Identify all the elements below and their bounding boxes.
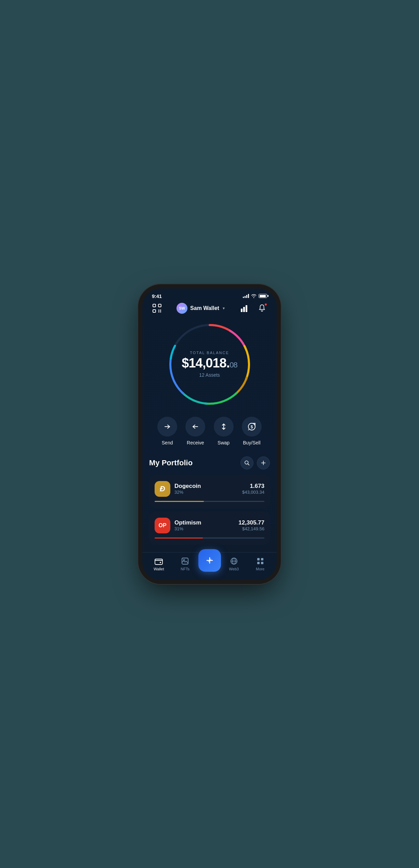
scan-button[interactable] xyxy=(150,302,163,315)
portfolio-add-button[interactable] xyxy=(257,456,270,469)
svg-point-29 xyxy=(160,562,161,563)
dogecoin-info: Dogecoin 32% xyxy=(174,483,238,495)
receive-button[interactable]: Receive xyxy=(185,417,205,445)
svg-rect-5 xyxy=(158,311,159,312)
nav-center[interactable] xyxy=(198,556,221,572)
svg-rect-4 xyxy=(160,310,161,311)
wallet-selector[interactable]: SW Sam Wallet ▾ xyxy=(176,303,225,314)
buysell-icon-circle: $ xyxy=(242,417,262,437)
optimism-bar xyxy=(155,537,264,539)
svg-rect-7 xyxy=(241,309,243,312)
optimism-card[interactable]: OP Optimism 31% 12,305.77 $42,149.56 xyxy=(149,511,270,545)
nav-web3-label: Web3 xyxy=(229,567,239,571)
phone-screen: 9:41 xyxy=(142,288,277,580)
balance-amount: $14,018.08 xyxy=(182,356,237,371)
optimism-icon: OP xyxy=(155,518,170,533)
notifications-button[interactable] xyxy=(256,302,269,315)
optimism-usd: $42,149.56 xyxy=(238,526,264,531)
send-label: Send xyxy=(162,440,173,445)
optimism-name: Optimism xyxy=(174,519,234,526)
balance-section: TOTAL BALANCE $14,018.08 12 Assets xyxy=(142,318,277,411)
app-header: SW Sam Wallet ▾ xyxy=(142,299,277,315)
op-symbol: OP xyxy=(158,522,166,529)
balance-main: $14,018. xyxy=(182,356,230,370)
nfts-nav-icon xyxy=(181,557,189,566)
bottom-nav: Wallet NFTs xyxy=(142,552,277,580)
dogecoin-bar xyxy=(155,501,264,502)
portfolio-search-button[interactable] xyxy=(240,456,253,469)
dogecoin-row: Ð Dogecoin 32% 1.673 $43,003.34 xyxy=(155,481,264,497)
send-icon-circle xyxy=(157,417,177,437)
more-nav-icon xyxy=(256,557,265,566)
buysell-label: Buy/Sell xyxy=(243,440,260,445)
balance-label: TOTAL BALANCE xyxy=(182,351,237,355)
optimism-values: 12,305.77 $42,149.56 xyxy=(238,519,264,531)
swap-icon-circle xyxy=(214,417,234,437)
svg-text:$: $ xyxy=(251,425,253,429)
svg-rect-28 xyxy=(155,559,162,565)
notification-badge xyxy=(264,303,267,306)
buysell-button[interactable]: $ Buy/Sell xyxy=(242,417,262,445)
header-actions xyxy=(238,302,269,315)
battery-icon xyxy=(259,294,267,298)
balance-cents: 08 xyxy=(230,361,237,369)
nav-more-label: More xyxy=(256,567,264,571)
balance-center: TOTAL BALANCE $14,018.08 12 Assets xyxy=(182,351,237,378)
svg-rect-3 xyxy=(158,310,159,311)
nav-nfts-label: NFTs xyxy=(181,567,189,571)
center-action-button[interactable] xyxy=(198,549,221,572)
dogecoin-icon: Ð xyxy=(155,481,170,497)
wifi-icon xyxy=(251,294,257,298)
web3-nav-icon xyxy=(230,557,238,566)
swap-button[interactable]: Swap xyxy=(214,417,234,445)
dogecoin-pct: 32% xyxy=(174,490,238,495)
doge-symbol: Ð xyxy=(160,484,165,493)
optimism-pct: 31% xyxy=(174,526,234,531)
action-buttons: Send Receive xyxy=(142,411,277,445)
nav-web3[interactable]: Web3 xyxy=(221,557,247,571)
svg-rect-41 xyxy=(261,562,263,564)
dogecoin-amount: 1.673 xyxy=(242,483,264,490)
wallet-name: Sam Wallet xyxy=(190,305,219,311)
svg-rect-9 xyxy=(246,305,247,312)
portfolio-section: My Portfolio xyxy=(142,456,277,545)
nav-wallet-label: Wallet xyxy=(154,567,164,571)
receive-icon-circle xyxy=(185,417,205,437)
signal-bars-icon xyxy=(243,294,249,298)
dogecoin-name: Dogecoin xyxy=(174,483,238,490)
svg-rect-40 xyxy=(257,562,260,564)
svg-rect-1 xyxy=(158,304,161,307)
wallet-nav-icon xyxy=(154,557,163,566)
balance-assets: 12 Assets xyxy=(182,372,237,378)
nav-wallet[interactable]: Wallet xyxy=(146,557,172,571)
dogecoin-card[interactable]: Ð Dogecoin 32% 1.673 $43,003.34 xyxy=(149,475,270,508)
svg-rect-39 xyxy=(261,558,263,560)
optimism-bar-fill xyxy=(155,537,203,539)
dogecoin-values: 1.673 $43,003.34 xyxy=(242,483,264,495)
svg-rect-6 xyxy=(160,311,161,312)
dogecoin-bar-fill xyxy=(155,501,204,502)
swap-label: Swap xyxy=(218,440,230,445)
balance-ring: TOTAL BALANCE $14,018.08 12 Assets xyxy=(163,318,256,411)
dogecoin-usd: $43,003.34 xyxy=(242,490,264,495)
portfolio-actions xyxy=(240,456,270,469)
nav-nfts[interactable]: NFTs xyxy=(172,557,198,571)
status-time: 9:41 xyxy=(152,293,162,299)
svg-rect-38 xyxy=(257,558,260,560)
send-button[interactable]: Send xyxy=(157,417,177,445)
avatar: SW xyxy=(176,303,187,314)
status-icons xyxy=(243,294,267,298)
portfolio-title: My Portfolio xyxy=(149,458,193,467)
optimism-amount: 12,305.77 xyxy=(238,519,264,526)
notch xyxy=(188,288,231,301)
svg-rect-0 xyxy=(153,304,156,307)
nav-more[interactable]: More xyxy=(247,557,273,571)
svg-rect-8 xyxy=(243,307,245,312)
optimism-info: Optimism 31% xyxy=(174,519,234,531)
svg-rect-30 xyxy=(182,558,188,564)
portfolio-header: My Portfolio xyxy=(149,456,270,469)
chart-button[interactable] xyxy=(238,302,251,315)
optimism-row: OP Optimism 31% 12,305.77 $42,149.56 xyxy=(155,518,264,533)
phone-frame: 9:41 xyxy=(142,288,277,580)
svg-rect-2 xyxy=(153,310,156,312)
